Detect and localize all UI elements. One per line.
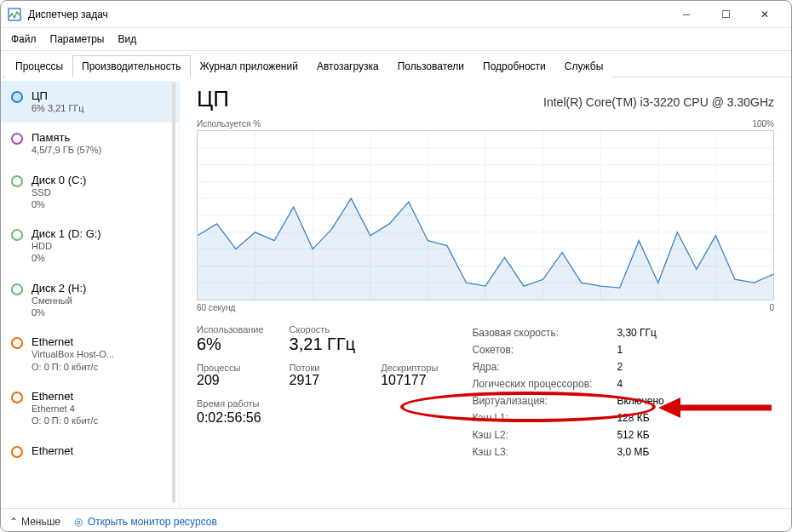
menu-file[interactable]: Файл [6,30,42,49]
app-icon [8,8,21,21]
tab-app-history[interactable]: Журнал приложений [191,55,307,77]
info-row-6: Кэш L2:512 КБ [472,426,663,443]
window-title: Диспетчер задач [28,9,667,20]
chart-label-top-left: Используется % [197,119,261,129]
page-title: ЦП [197,86,543,112]
chevron-up-icon: ⌃ [9,516,18,528]
sidebar-item-meta: 6% 3,21 ГГц [32,102,84,114]
chart-label-bottom-right: 0 [769,303,774,312]
fewer-details-button[interactable]: ⌃ Меньше [9,516,60,528]
sidebar-item-name: ЦП [32,89,84,102]
sidebar-item-name: Диск 1 (D: G:) [32,227,101,240]
stat-3: Процессы209 [197,363,264,388]
menubar: Файл Параметры Вид [1,28,791,51]
stat-2 [381,324,438,354]
graph-thumb-icon [11,91,23,103]
sidebar: ЦП 6% 3,21 ГГц Память 4,5/7,9 ГБ (57%) Д… [1,77,180,508]
sidebar-item-meta: 4,5/7,9 ГБ (57%) [32,144,101,156]
sidebar-scrollbar[interactable] [172,83,175,503]
sidebar-item-eth-5[interactable]: Ethernet VirtualBox Host-O...О: 0 П: 0 к… [1,327,179,381]
stat-5: Дескрипторы107177 [381,363,438,388]
sidebar-item-name: Ethernet [32,390,98,403]
info-row-2: Ядра:2 [472,358,663,375]
graph-thumb-icon [11,337,23,349]
uptime-label: Время работы [197,398,438,409]
footer: ⌃ Меньше ◎ Открыть монитор ресурсов [1,508,791,532]
sidebar-item-disk-4[interactable]: Диск 2 (H:) Сменный0% [1,273,179,328]
open-resource-monitor-link[interactable]: ◎ Открыть монитор ресурсов [74,516,217,528]
info-row-0: Базовая скорость:3,30 ГГц [472,324,663,341]
stat-4: Потоки2917 [290,363,356,388]
info-row-1: Сокетов:1 [472,341,663,358]
menu-options[interactable]: Параметры [45,30,110,49]
stat-1: Скорость3,21 ГГц [290,324,356,354]
sidebar-item-name: Память [32,131,101,144]
graph-thumb-icon [11,392,23,403]
info-row-4: Виртуализация:Включено [472,392,663,409]
close-button[interactable]: ✕ [745,2,784,27]
info-row-5: Кэш L1:128 КБ [472,409,663,426]
info-row-3: Логических процессоров:4 [472,375,663,392]
sidebar-item-meta: Сменный0% [32,295,86,319]
sidebar-item-eth-7[interactable]: Ethernet [1,436,179,466]
sidebar-item-meta: VirtualBox Host-O...О: 0 П: 0 кбит/с [32,348,114,373]
tab-processes[interactable]: Процессы [6,55,72,77]
minimize-button[interactable]: ─ [667,2,706,27]
tab-services[interactable]: Службы [555,55,612,77]
tab-details[interactable]: Подробности [473,55,555,77]
info-row-7: Кэш L3:3,0 МБ [472,443,663,460]
sidebar-item-meta: SSD0% [32,186,86,211]
uptime-value: 0:02:56:56 [197,410,438,426]
sidebar-item-cpu-0[interactable]: ЦП 6% 3,21 ГГц [1,81,179,123]
graph-thumb-icon [11,229,23,241]
cpu-usage-chart [197,130,774,300]
tab-users[interactable]: Пользователи [388,55,473,77]
resource-monitor-icon: ◎ [74,516,83,528]
sidebar-item-name: Ethernet [32,444,73,457]
maximize-button[interactable]: ☐ [706,2,745,27]
sidebar-item-eth-6[interactable]: Ethernet Ethernet 4О: 0 П: 0 кбит/с [1,381,179,436]
graph-thumb-icon [11,283,23,295]
cpu-model-label: Intel(R) Core(TM) i3-3220 CPU @ 3.30GHz [543,95,774,109]
chart-label-bottom-left: 60 секунд [197,303,235,312]
sidebar-item-name: Диск 0 (C:) [32,174,86,186]
main-panel: ЦП Intel(R) Core(TM) i3-3220 CPU @ 3.30G… [180,77,791,508]
sidebar-item-mem-1[interactable]: Память 4,5/7,9 ГБ (57%) [1,123,179,164]
sidebar-item-disk-3[interactable]: Диск 1 (D: G:) HDD0% [1,219,179,273]
stat-0: Использование6% [197,324,264,354]
graph-thumb-icon [11,133,23,145]
sidebar-item-name: Диск 2 (H:) [32,282,86,295]
tab-startup[interactable]: Автозагрузка [307,55,388,77]
sidebar-item-name: Ethernet [32,335,114,348]
sidebar-item-meta: HDD0% [32,240,101,265]
sidebar-item-disk-2[interactable]: Диск 0 (C:) SSD0% [1,165,179,220]
tab-performance[interactable]: Производительность [72,55,190,77]
chart-label-top-right: 100% [752,119,774,129]
graph-thumb-icon [11,175,23,187]
graph-thumb-icon [11,446,23,458]
menu-view[interactable]: Вид [112,30,141,49]
tabbar: Процессы Производительность Журнал прило… [1,51,791,77]
titlebar: Диспетчер задач ─ ☐ ✕ [1,1,791,28]
sidebar-item-meta: Ethernet 4О: 0 П: 0 кбит/с [32,403,98,427]
